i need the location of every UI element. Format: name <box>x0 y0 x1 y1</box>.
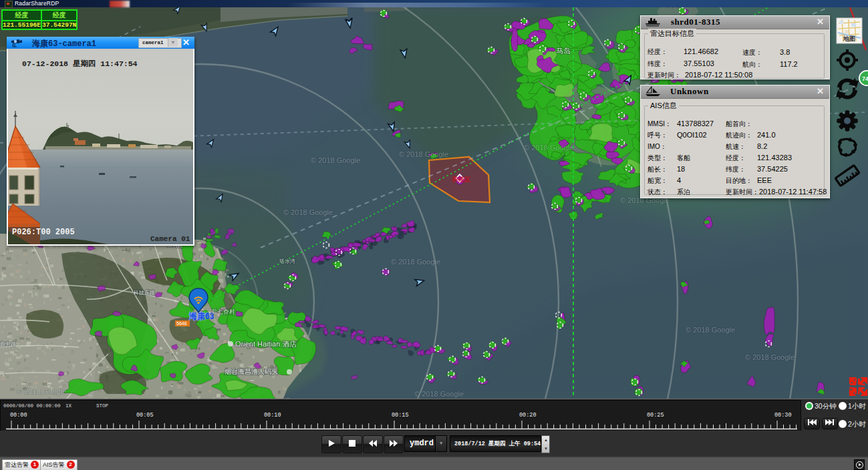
svg-text:© 2018 Google: © 2018 Google <box>17 387 66 395</box>
svg-text:烟台海昌渔人码头: 烟台海昌渔人码头 <box>225 368 278 375</box>
svg-text:© 2018 Google: © 2018 Google <box>311 156 360 164</box>
svg-text:© 2018 Google: © 2018 Google <box>399 150 448 158</box>
svg-text:旗中路: 旗中路 <box>0 341 16 347</box>
svg-text:07-12-2018 星期四 11:47:54: 07-12-2018 星期四 11:47:54 <box>22 59 138 68</box>
svg-text:后七夼村: 后七夼村 <box>211 308 235 315</box>
svg-text:马岛: 马岛 <box>556 47 571 55</box>
svg-text:P026:T00 2005: P026:T00 2005 <box>12 228 75 237</box>
svg-text:养殖区: 养殖区 <box>451 176 471 183</box>
svg-text:Camera 01: Camera 01 <box>150 235 190 243</box>
svg-text:74: 74 <box>862 75 868 82</box>
svg-text:© 2018 Google: © 2018 Google <box>686 326 735 334</box>
svg-text:© 2018 Google: © 2018 Google <box>745 353 794 361</box>
svg-text:© 2018 Google: © 2018 Google <box>391 258 440 266</box>
svg-text:© 2018 Google: © 2018 Google <box>524 144 573 152</box>
svg-text:地图: 地图 <box>843 35 855 42</box>
svg-text:夹岛: 夹岛 <box>668 7 680 8</box>
svg-text:塔水湾: 塔水湾 <box>279 258 295 264</box>
svg-text:© 2018 Google: © 2018 Google <box>283 208 333 216</box>
svg-text:海康63: 海康63 <box>188 312 214 321</box>
svg-text:© 2018 Google: © 2018 Google <box>414 390 464 398</box>
svg-text:科技东路: 科技东路 <box>133 290 155 296</box>
svg-text:Orient Haitian 酒店: Orient Haitian 酒店 <box>235 340 297 348</box>
svg-text:5646: 5646 <box>176 321 187 326</box>
